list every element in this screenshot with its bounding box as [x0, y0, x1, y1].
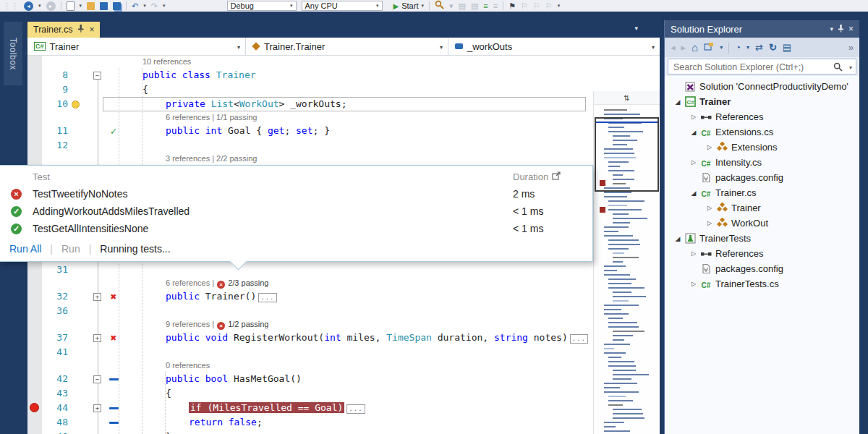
- save-button[interactable]: [100, 2, 108, 10]
- tree-item-solution-connectproductivitydemo[interactable]: Solution 'ConnectProductivityDemo': [665, 79, 859, 94]
- collapse-node-icon[interactable]: ◢: [672, 98, 684, 106]
- start-debugging-button[interactable]: ▶ Start ▾: [393, 1, 424, 10]
- search-icon[interactable]: [833, 61, 843, 75]
- breakpoint-slot[interactable]: [27, 386, 42, 401]
- window-position-dropdown-icon[interactable]: ▾: [830, 25, 833, 33]
- prev-bookmark-icon[interactable]: ⚐: [521, 1, 528, 11]
- configuration-combo[interactable]: Debug▾: [227, 1, 297, 11]
- platform-combo[interactable]: Any CPU▾: [302, 1, 383, 11]
- breakpoint-slot[interactable]: [27, 277, 42, 289]
- collapse-region-icon[interactable]: −: [93, 375, 101, 383]
- toolbar-overflow-icon[interactable]: »: [848, 42, 854, 53]
- collapse-node-icon[interactable]: ◢: [688, 129, 699, 136]
- navigate-back-button[interactable]: ◂: [24, 1, 33, 11]
- not-covered-icon[interactable]: [109, 378, 119, 380]
- collapsed-code-icon[interactable]: ...: [258, 293, 276, 302]
- codelens-indicator[interactable]: 9 references | × 1/2 passing: [27, 318, 593, 331]
- test-name[interactable]: AddingWorkoutAddsMilesTravelled: [33, 205, 190, 217]
- expand-node-icon[interactable]: ▷: [704, 220, 715, 226]
- code-text[interactable]: {: [123, 386, 593, 401]
- code-text[interactable]: public class Trainer: [123, 68, 593, 82]
- new-file-button[interactable]: [67, 1, 75, 11]
- code-text[interactable]: 0 references: [123, 359, 593, 372]
- code-line[interactable]: 31: [27, 263, 593, 277]
- tree-item-packages-config[interactable]: packages.config: [665, 261, 859, 276]
- code-line[interactable]: 9{: [27, 82, 593, 97]
- expand-region-icon[interactable]: +: [93, 334, 101, 342]
- pending-changes-filter-icon[interactable]: ◔: [735, 42, 741, 53]
- save-all-button[interactable]: [113, 2, 121, 10]
- code-text[interactable]: public Trainer()...: [123, 289, 593, 304]
- test-name[interactable]: TestGetAllIntensitiesNone: [33, 223, 148, 234]
- not-covered-icon[interactable]: [109, 422, 119, 424]
- test-result-row[interactable]: ✓AddingWorkoutAddsMilesTravelled< 1 ms: [0, 203, 592, 221]
- breakpoint-icon[interactable]: [30, 403, 39, 412]
- expand-region-icon[interactable]: +: [93, 404, 101, 412]
- project-dropdown[interactable]: C# Trainer ▾: [27, 38, 246, 55]
- tree-item-trainertests[interactable]: ◢TrainerTests: [665, 231, 859, 246]
- codelens-indicator[interactable]: 6 references | × 2/3 passing: [27, 277, 593, 289]
- type-dropdown[interactable]: Trainer.Trainer ▾: [246, 38, 448, 55]
- breakpoint-slot[interactable]: [27, 304, 42, 318]
- tree-item-workout[interactable]: ▷WorkOut: [665, 216, 859, 231]
- code-line[interactable]: 43{: [27, 386, 593, 401]
- codelens-indicator[interactable]: 3 references | 2/2 passing: [27, 153, 593, 165]
- code-text[interactable]: public int Goal { get; set; }: [123, 124, 593, 138]
- breakpoint-slot[interactable]: [27, 372, 42, 386]
- se-back-icon[interactable]: ◂: [671, 42, 676, 53]
- expand-node-icon[interactable]: ▷: [688, 114, 699, 120]
- collapse-node-icon[interactable]: ◢: [672, 235, 684, 242]
- switch-views-dropdown-icon[interactable]: ▾: [720, 44, 723, 51]
- redo-button[interactable]: ↷: [151, 1, 158, 11]
- filter-dropdown-icon[interactable]: ▾: [746, 44, 749, 51]
- comment-icon[interactable]: ▤: [471, 1, 478, 11]
- code-text[interactable]: 3 references | 2/2 passing: [123, 153, 593, 165]
- code-line[interactable]: 11✓public int Goal { get; set; }: [27, 124, 593, 138]
- code-text[interactable]: public bool HasMetGoal(): [123, 372, 593, 386]
- search-options-dropdown-icon[interactable]: ▾: [849, 64, 852, 71]
- tree-item-intensity-cs[interactable]: ▷C#Intensity.cs: [665, 155, 859, 170]
- minimap-scrollbar[interactable]: ⇅: [593, 91, 660, 434]
- attach-search-icon[interactable]: [435, 0, 444, 12]
- pin-panel-icon[interactable]: [838, 24, 844, 35]
- switch-views-icon[interactable]: [704, 42, 714, 53]
- collapse-region-icon[interactable]: −: [93, 72, 101, 80]
- breakpoint-slot[interactable]: [27, 68, 42, 82]
- open-in-window-icon[interactable]: [552, 171, 561, 182]
- breakpoint-slot[interactable]: [27, 331, 42, 345]
- undo-button[interactable]: ↶: [132, 1, 138, 11]
- breakpoint-slot[interactable]: [27, 124, 42, 138]
- breakpoint-slot[interactable]: [27, 97, 42, 111]
- refresh-icon[interactable]: ↻: [769, 42, 777, 53]
- tree-item-references[interactable]: ▷References: [665, 246, 859, 261]
- breakpoint-slot[interactable]: [27, 82, 42, 97]
- code-line[interactable]: 37+✖public void RegisterWorkout(int mile…: [27, 331, 593, 345]
- test-result-row[interactable]: ×TestTweetifyNoNotes2 ms: [0, 186, 592, 203]
- tree-item-references[interactable]: ▷References: [665, 109, 859, 124]
- close-panel-icon[interactable]: ×: [848, 24, 854, 34]
- tree-item-extensions[interactable]: ▷Extensions: [665, 140, 859, 155]
- redo-dropdown[interactable]: ▾: [163, 3, 166, 9]
- decrease-indent-icon[interactable]: ≡: [483, 1, 488, 11]
- breakpoint-slot[interactable]: [27, 359, 42, 372]
- solution-explorer-header[interactable]: Solution Explorer ▾ ×: [665, 20, 859, 38]
- member-dropdown[interactable]: _workOuts ▾: [448, 38, 660, 55]
- run-all-link[interactable]: Run All: [9, 243, 41, 255]
- lightbulb-icon[interactable]: [72, 101, 80, 109]
- expand-region-icon[interactable]: +: [93, 293, 101, 301]
- increase-indent-icon[interactable]: ≡: [493, 1, 498, 11]
- codelens-indicator[interactable]: 10 references: [27, 56, 593, 68]
- properties-icon[interactable]: ▤: [783, 42, 791, 53]
- code-text[interactable]: return false;: [123, 415, 593, 430]
- bookmark-overflow-dropdown[interactable]: ▾: [558, 3, 561, 9]
- breakpoint-slot[interactable]: [27, 430, 42, 434]
- breakpoint-slot[interactable]: [27, 138, 42, 153]
- run-link[interactable]: Run: [61, 243, 80, 255]
- home-icon[interactable]: ⌂: [692, 41, 698, 54]
- breakpoint-slot[interactable]: [27, 318, 42, 331]
- breakpoint-slot[interactable]: [27, 401, 42, 415]
- open-file-button[interactable]: [87, 2, 95, 10]
- codelens-indicator[interactable]: 6 references | 1/1 passing: [27, 111, 593, 124]
- code-line[interactable]: 41: [27, 345, 593, 359]
- breakpoint-slot[interactable]: [27, 111, 42, 124]
